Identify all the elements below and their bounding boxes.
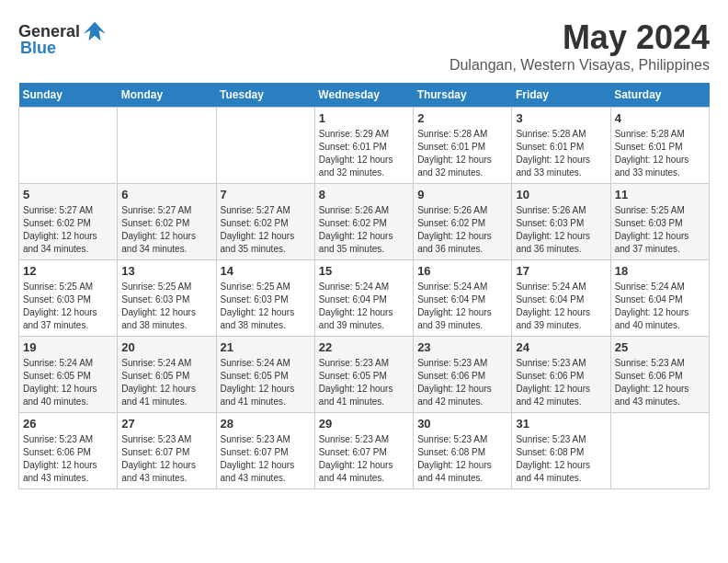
month-title: May 2024 xyxy=(449,18,710,57)
day-number: 4 xyxy=(615,111,705,125)
day-info: Sunrise: 5:23 AMSunset: 6:07 PMDaylight:… xyxy=(221,433,311,485)
day-number: 17 xyxy=(516,264,606,278)
day-number: 28 xyxy=(221,417,311,431)
logo-blue-text: Blue xyxy=(18,39,56,58)
week-row-5: 26 Sunrise: 5:23 AMSunset: 6:06 PMDaylig… xyxy=(19,413,710,489)
day-number: 27 xyxy=(121,417,211,431)
calendar-cell xyxy=(118,108,216,184)
calendar-cell: 11 Sunrise: 5:25 AMSunset: 6:03 PMDaylig… xyxy=(610,184,709,260)
page-header: General Blue May 2024 Dulangan, Western … xyxy=(18,18,710,74)
day-info: Sunrise: 5:23 AMSunset: 6:05 PMDaylight:… xyxy=(319,357,409,408)
day-number: 6 xyxy=(121,188,211,201)
calendar-header-row: Sunday Monday Tuesday Wednesday Thursday… xyxy=(19,83,710,108)
calendar-cell: 20 Sunrise: 5:24 AMSunset: 6:05 PMDaylig… xyxy=(118,337,216,413)
day-info: Sunrise: 5:25 AMSunset: 6:03 PMDaylight:… xyxy=(221,281,311,332)
calendar-cell: 8 Sunrise: 5:26 AMSunset: 6:02 PMDayligh… xyxy=(314,184,413,260)
day-info: Sunrise: 5:29 AMSunset: 6:01 PMDaylight:… xyxy=(319,128,409,179)
calendar-cell: 13 Sunrise: 5:25 AMSunset: 6:03 PMDaylig… xyxy=(118,260,216,337)
calendar-cell: 9 Sunrise: 5:26 AMSunset: 6:02 PMDayligh… xyxy=(414,184,512,260)
day-number: 12 xyxy=(23,264,113,278)
day-number: 1 xyxy=(319,111,409,125)
header-sunday: Sunday xyxy=(19,83,118,108)
day-info: Sunrise: 5:25 AMSunset: 6:03 PMDaylight:… xyxy=(23,281,113,332)
day-info: Sunrise: 5:23 AMSunset: 6:07 PMDaylight:… xyxy=(319,433,409,485)
calendar-cell xyxy=(216,108,314,184)
calendar-cell: 10 Sunrise: 5:26 AMSunset: 6:03 PMDaylig… xyxy=(512,184,610,260)
day-number: 24 xyxy=(516,340,606,354)
calendar-cell: 24 Sunrise: 5:23 AMSunset: 6:06 PMDaylig… xyxy=(512,337,610,413)
calendar-cell: 2 Sunrise: 5:28 AMSunset: 6:01 PMDayligh… xyxy=(414,108,512,184)
day-number: 30 xyxy=(417,417,507,431)
calendar-cell: 29 Sunrise: 5:23 AMSunset: 6:07 PMDaylig… xyxy=(314,413,413,489)
day-info: Sunrise: 5:23 AMSunset: 6:06 PMDaylight:… xyxy=(417,357,507,408)
calendar-cell xyxy=(610,413,709,489)
week-row-2: 5 Sunrise: 5:27 AMSunset: 6:02 PMDayligh… xyxy=(19,184,710,260)
day-number: 19 xyxy=(23,340,113,354)
day-info: Sunrise: 5:27 AMSunset: 6:02 PMDaylight:… xyxy=(221,204,311,256)
day-info: Sunrise: 5:23 AMSunset: 6:06 PMDaylight:… xyxy=(23,433,113,485)
day-number: 13 xyxy=(121,264,211,278)
logo-bird-icon xyxy=(82,18,108,44)
day-info: Sunrise: 5:24 AMSunset: 6:05 PMDaylight:… xyxy=(121,357,211,408)
calendar-cell: 23 Sunrise: 5:23 AMSunset: 6:06 PMDaylig… xyxy=(414,337,512,413)
logo: General Blue xyxy=(18,18,109,58)
week-row-3: 12 Sunrise: 5:25 AMSunset: 6:03 PMDaylig… xyxy=(19,260,710,337)
week-row-4: 19 Sunrise: 5:24 AMSunset: 6:05 PMDaylig… xyxy=(19,337,710,413)
calendar-cell: 4 Sunrise: 5:28 AMSunset: 6:01 PMDayligh… xyxy=(610,108,709,184)
day-info: Sunrise: 5:23 AMSunset: 6:07 PMDaylight:… xyxy=(121,433,211,485)
title-area: May 2024 Dulangan, Western Visayas, Phil… xyxy=(449,18,710,74)
header-monday: Monday xyxy=(118,83,216,108)
day-number: 7 xyxy=(221,188,311,201)
day-number: 21 xyxy=(221,340,311,354)
day-info: Sunrise: 5:23 AMSunset: 6:06 PMDaylight:… xyxy=(615,357,705,408)
calendar-cell: 26 Sunrise: 5:23 AMSunset: 6:06 PMDaylig… xyxy=(19,413,118,489)
day-info: Sunrise: 5:26 AMSunset: 6:03 PMDaylight:… xyxy=(516,204,606,256)
calendar-cell: 12 Sunrise: 5:25 AMSunset: 6:03 PMDaylig… xyxy=(19,260,118,337)
day-number: 2 xyxy=(417,111,507,125)
day-info: Sunrise: 5:24 AMSunset: 6:04 PMDaylight:… xyxy=(615,281,705,332)
day-number: 25 xyxy=(615,340,705,354)
calendar-cell: 25 Sunrise: 5:23 AMSunset: 6:06 PMDaylig… xyxy=(610,337,709,413)
day-number: 23 xyxy=(417,340,507,354)
day-number: 26 xyxy=(23,417,113,431)
day-info: Sunrise: 5:26 AMSunset: 6:02 PMDaylight:… xyxy=(417,204,507,256)
day-number: 16 xyxy=(417,264,507,278)
day-number: 3 xyxy=(516,111,606,125)
day-info: Sunrise: 5:25 AMSunset: 6:03 PMDaylight:… xyxy=(615,204,705,256)
header-saturday: Saturday xyxy=(610,83,709,108)
calendar-cell: 30 Sunrise: 5:23 AMSunset: 6:08 PMDaylig… xyxy=(414,413,512,489)
calendar-cell: 16 Sunrise: 5:24 AMSunset: 6:04 PMDaylig… xyxy=(414,260,512,337)
day-number: 29 xyxy=(319,417,409,431)
header-tuesday: Tuesday xyxy=(216,83,314,108)
day-info: Sunrise: 5:27 AMSunset: 6:02 PMDaylight:… xyxy=(23,204,113,256)
day-info: Sunrise: 5:23 AMSunset: 6:08 PMDaylight:… xyxy=(516,433,606,485)
calendar-cell: 19 Sunrise: 5:24 AMSunset: 6:05 PMDaylig… xyxy=(19,337,118,413)
calendar-cell: 18 Sunrise: 5:24 AMSunset: 6:04 PMDaylig… xyxy=(610,260,709,337)
day-number: 31 xyxy=(516,417,606,431)
day-info: Sunrise: 5:25 AMSunset: 6:03 PMDaylight:… xyxy=(121,281,211,332)
header-friday: Friday xyxy=(512,83,610,108)
day-info: Sunrise: 5:28 AMSunset: 6:01 PMDaylight:… xyxy=(615,128,705,179)
svg-marker-0 xyxy=(84,22,106,41)
day-number: 22 xyxy=(319,340,409,354)
calendar-cell: 1 Sunrise: 5:29 AMSunset: 6:01 PMDayligh… xyxy=(314,108,413,184)
day-info: Sunrise: 5:24 AMSunset: 6:04 PMDaylight:… xyxy=(516,281,606,332)
calendar-cell: 22 Sunrise: 5:23 AMSunset: 6:05 PMDaylig… xyxy=(314,337,413,413)
location-title: Dulangan, Western Visayas, Philippines xyxy=(449,57,710,74)
day-number: 18 xyxy=(615,264,705,278)
calendar-cell: 5 Sunrise: 5:27 AMSunset: 6:02 PMDayligh… xyxy=(19,184,118,260)
calendar-cell: 15 Sunrise: 5:24 AMSunset: 6:04 PMDaylig… xyxy=(314,260,413,337)
calendar-cell: 7 Sunrise: 5:27 AMSunset: 6:02 PMDayligh… xyxy=(216,184,314,260)
header-wednesday: Wednesday xyxy=(314,83,413,108)
day-number: 15 xyxy=(319,264,409,278)
day-number: 14 xyxy=(221,264,311,278)
calendar-table: Sunday Monday Tuesday Wednesday Thursday… xyxy=(18,83,710,489)
day-number: 8 xyxy=(319,188,409,201)
week-row-1: 1 Sunrise: 5:29 AMSunset: 6:01 PMDayligh… xyxy=(19,108,710,184)
day-number: 11 xyxy=(615,188,705,201)
calendar-cell: 3 Sunrise: 5:28 AMSunset: 6:01 PMDayligh… xyxy=(512,108,610,184)
day-info: Sunrise: 5:26 AMSunset: 6:02 PMDaylight:… xyxy=(319,204,409,256)
calendar-cell: 17 Sunrise: 5:24 AMSunset: 6:04 PMDaylig… xyxy=(512,260,610,337)
calendar-cell: 28 Sunrise: 5:23 AMSunset: 6:07 PMDaylig… xyxy=(216,413,314,489)
day-number: 10 xyxy=(516,188,606,201)
